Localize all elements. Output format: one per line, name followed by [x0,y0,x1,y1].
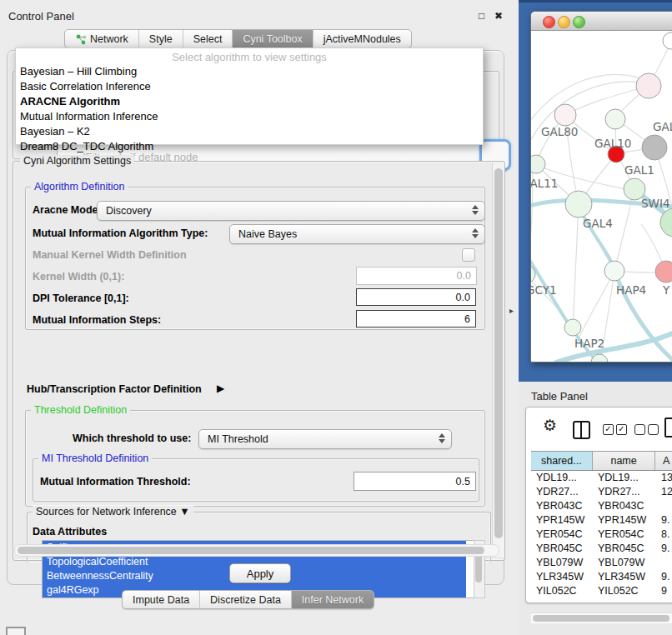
manual-kernel-checkbox[interactable] [462,248,475,262]
network-node[interactable] [531,155,545,173]
stepper-icon [439,433,446,443]
select-all-columns-icon[interactable]: ✓ ✓ [603,424,627,435]
network-node[interactable] [605,109,625,129]
network-edge[interactable] [573,204,579,328]
table-scrollbar-horizontal[interactable] [531,612,672,623]
network-node[interactable] [655,261,672,282]
expand-arrow-icon[interactable]: ▶ [217,382,224,394]
settings-scrollbar-vertical[interactable] [492,163,504,557]
network-node[interactable] [642,135,667,160]
panel-splitter-arrow-icon[interactable]: ▸ [509,306,514,315]
collapse-arrow-icon[interactable]: ▼ [179,506,189,518]
node-label: GAL10 [594,137,631,150]
table-cell: YER054C [593,528,656,542]
table-hscrollbar-thumb[interactable] [533,615,669,622]
table-cell: YDL19... [593,471,656,485]
node-label: HAP4 [616,283,646,297]
tab-select[interactable]: Select [183,30,233,48]
table-row[interactable]: YDL19...YDL19...13 [531,471,672,485]
minimize-window-icon[interactable] [558,16,570,28]
zoom-window-icon[interactable] [573,16,585,28]
network-node[interactable] [663,32,672,49]
dpi-tolerance-field[interactable]: 0.0 [356,288,476,306]
table-row[interactable]: YBR045CYBR045C9. [531,542,672,556]
network-node[interactable] [554,104,576,126]
bottom-tab-impute-data[interactable]: Impute Data [123,591,200,608]
network-node[interactable] [636,73,661,98]
table-row[interactable]: YDR27...YDR27...12 [531,485,672,499]
dropdown-item-aracne-algorithm[interactable]: ARACNE Algorithm [16,93,483,108]
tab-label: Cyni Toolbox [243,33,302,45]
mi-threshold-field[interactable]: 0.5 [354,472,476,491]
tab-network[interactable]: Network [65,30,139,48]
column-header-shared[interactable]: shared... [531,452,593,470]
dropdown-item-dream8-dc-tdc-algorithm[interactable]: Dream8 DC_TDC Algorithm [16,138,483,153]
network-node[interactable] [564,319,581,336]
split-pane-icon[interactable] [573,421,590,439]
float-panel-icon[interactable]: □ [479,10,484,22]
mi-threshold-groupbox: MI Threshold Definition Mutual Informati… [33,458,479,502]
algorithm-dropdown: Select algorithm to view settings Bayesi… [15,48,484,145]
bottom-tab-label: Impute Data [133,594,189,606]
network-node[interactable] [604,261,624,281]
tab-label: jActiveMNodules [323,33,401,45]
table-cell: YBL079W [531,556,593,570]
apply-button[interactable]: Apply [229,563,291,583]
tab-style[interactable]: Style [139,30,183,48]
settings-scrollbar-horizontal[interactable] [14,544,499,557]
bottom-tab-label: Discretize Data [210,594,281,606]
dropdown-item-mutual-information-inference[interactable]: Mutual Information Inference [16,108,483,123]
mi-threshold-label: Mutual Information Threshold: [40,476,191,488]
which-threshold-combobox[interactable]: MI Threshold [198,429,452,449]
table-row[interactable]: YIL052CYIL052C9 [531,584,672,598]
bottom-tab-infer-network[interactable]: Infer Network [292,591,374,608]
network-node[interactable] [565,191,592,218]
manual-kernel-label: Manual Kernel Width Definition [33,249,187,261]
mi-steps-field[interactable]: 6 [356,310,476,328]
network-window-titlebar[interactable] [531,12,672,31]
dropdown-item-bayesian-k2[interactable]: Bayesian – K2 [16,123,483,138]
table-cell: YDL19... [531,471,593,485]
aracne-mode-combobox[interactable]: Discovery [97,201,485,221]
mi-type-combobox[interactable]: Naive Bayes [229,224,485,244]
hub-definition-label[interactable]: Hub/Transcription Factor Definition [27,383,202,395]
settings-group-title: Cyni Algorithm Settings [20,155,134,167]
export-table-icon[interactable] [664,418,672,438]
table-row[interactable]: YPR145WYPR145W9. [531,513,672,528]
dropdown-item-bayesian-hill-climbing[interactable]: Bayesian – Hill Climbing [16,63,483,78]
table-panel-card: ⚙ ✓ ✓ shared...nameA YDL19...YDL19...13Y… [525,407,672,603]
table-cell: 9. [656,513,672,528]
table-row[interactable]: YLR345WYLR345W9. [531,570,672,584]
network-edge[interactable] [565,86,649,115]
network-graph-canvas[interactable]: GALGAL80GAL10GAL1GAL11SWI4GAL4GCY1HAP4YH… [531,31,672,362]
table-cell [656,499,672,513]
dropdown-item-basic-correlation-inference[interactable]: Basic Correlation Inference [16,78,483,93]
table-row[interactable]: YER054CYER054C8. [531,528,672,542]
minimized-panel-icon[interactable] [6,627,26,635]
close-window-icon[interactable] [543,16,555,28]
deselect-all-columns-icon[interactable] [634,424,659,435]
gear-icon[interactable]: ⚙ [543,416,557,435]
dropdown-prompt: Select algorithm to view settings [16,51,483,63]
table-row[interactable]: YBL079WYBL079W [531,556,672,570]
node-label: GAL11 [531,177,558,190]
stepper-icon [472,228,479,238]
table-panel-section: Table Panel ⚙ ✓ ✓ shared...nameA YDL19..… [519,382,672,635]
close-panel-icon[interactable]: ✖ [494,10,503,22]
algorithm-definition-groupbox: Algorithm Definition Aracne Mode: Discov… [25,187,485,330]
kernel-width-field[interactable]: 0.0 [356,267,477,285]
tab-cyni-toolbox[interactable]: Cyni Toolbox [233,30,313,48]
node-label: SWI4 [641,197,670,210]
column-header-a[interactable]: A [655,452,672,470]
tab-jactivemnodules[interactable]: jActiveMNodules [313,30,411,48]
table-row[interactable]: YBR043CYBR043C [531,499,672,513]
data-attributes-label: Data Attributes [33,526,107,538]
tab-label: Network [90,33,128,45]
network-view-window[interactable]: GALGAL80GAL10GAL1GAL11SWI4GAL4GCY1HAP4YH… [530,11,672,362]
mi-threshold-title: MI Threshold Definition [38,452,152,464]
settings-hscrollbar-thumb[interactable] [18,547,484,554]
settings-scrollbar-thumb[interactable] [494,168,503,538]
node-label: GAL [653,120,672,133]
bottom-tab-discretize-data[interactable]: Discretize Data [200,591,292,608]
column-header-name[interactable]: name [593,452,656,470]
